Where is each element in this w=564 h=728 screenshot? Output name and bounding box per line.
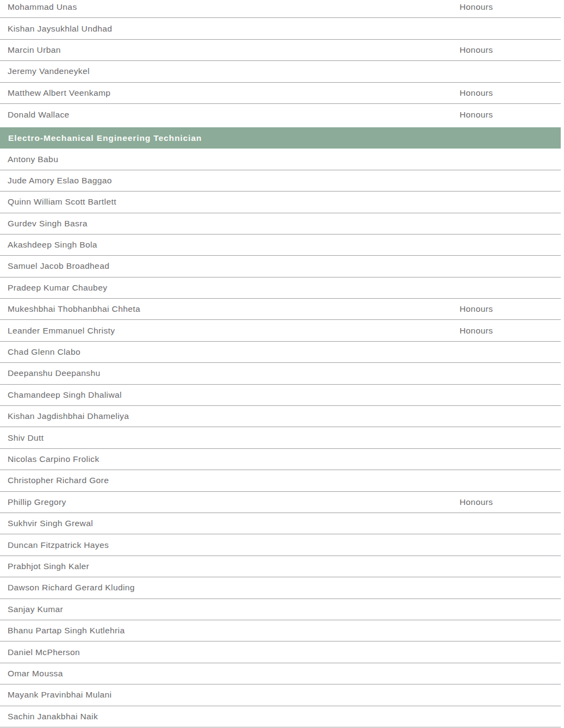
graduate-row: Marcin Urban Honours xyxy=(0,40,561,61)
graduate-row: Dawson Richard Gerard Kluding xyxy=(0,577,561,599)
graduate-name: Sukhvir Singh Grewal xyxy=(0,519,460,528)
graduate-row: Mohammad Unas Honours xyxy=(0,0,561,18)
graduate-row: Chamandeep Singh Dhaliwal xyxy=(0,385,561,406)
graduate-row: Duncan Fitzpatrick Hayes xyxy=(0,534,561,556)
graduate-row: Mayank Pravinbhai Mulani xyxy=(0,684,561,706)
graduate-name: Mayank Pravinbhai Mulani xyxy=(0,690,460,700)
graduate-row: Mukeshbhai Thobhanbhai Chheta Honours xyxy=(0,299,561,320)
graduate-row: Leander Emmanuel Christy Honours xyxy=(0,320,561,341)
graduate-name: Marcin Urban xyxy=(0,45,460,55)
graduate-name: Daniel McPherson xyxy=(0,647,460,657)
graduate-name: Deepanshu Deepanshu xyxy=(0,368,460,378)
graduate-name: Prabhjot Singh Kaler xyxy=(0,562,460,571)
graduate-row: Sachin Janakbhai Naik xyxy=(0,706,561,727)
honours-label: Honours xyxy=(460,45,561,55)
graduate-name: Shiv Dutt xyxy=(0,433,460,443)
graduate-name: Pradeep Kumar Chaubey xyxy=(0,283,460,293)
graduate-name: Omar Moussa xyxy=(0,669,460,678)
honours-label: Honours xyxy=(460,497,561,507)
graduate-name: Mohammad Unas xyxy=(0,2,460,12)
graduate-name: Jude Amory Eslao Baggao xyxy=(0,176,460,186)
graduate-row: Bhanu Partap Singh Kutlehria xyxy=(0,620,561,641)
graduate-name: Duncan Fitzpatrick Hayes xyxy=(0,540,460,550)
graduate-row: Gurdev Singh Basra xyxy=(0,213,561,235)
graduate-row: Quinn William Scott Bartlett xyxy=(0,192,561,213)
graduate-name: Chad Glenn Clabo xyxy=(0,347,460,357)
graduate-row: Phillip Gregory Honours xyxy=(0,492,561,513)
graduate-name: Kishan Jaysukhlal Undhad xyxy=(0,24,460,34)
graduate-row: Kishan Jaysukhlal Undhad xyxy=(0,18,561,39)
graduate-row: Omar Moussa xyxy=(0,663,561,684)
graduate-row: Chad Glenn Clabo xyxy=(0,342,561,363)
graduate-name: Quinn William Scott Bartlett xyxy=(0,197,460,207)
program-section-header: Electro-Mechanical Engineering Technicia… xyxy=(0,127,561,149)
graduate-row: Samuel Jacob Broadhead xyxy=(0,256,561,277)
honours-label: Honours xyxy=(460,304,561,314)
graduate-row: Nicolas Carpino Frolick xyxy=(0,449,561,470)
graduate-row: Akashdeep Singh Bola xyxy=(0,235,561,256)
graduate-name: Matthew Albert Veenkamp xyxy=(0,88,460,98)
graduate-row: Sukhvir Singh Grewal xyxy=(0,513,561,534)
graduate-name: Antony Babu xyxy=(0,155,460,164)
previous-program-rows: Mohammad Unas Honours Kishan Jaysukhlal … xyxy=(0,0,561,125)
graduate-row: Jude Amory Eslao Baggao xyxy=(0,170,561,192)
honours-label: Honours xyxy=(460,326,561,336)
graduate-list: Mohammad Unas Honours Kishan Jaysukhlal … xyxy=(0,0,561,727)
graduate-row: Deepanshu Deepanshu xyxy=(0,363,561,384)
graduate-name: Sanjay Kumar xyxy=(0,604,460,614)
graduate-name: Leander Emmanuel Christy xyxy=(0,326,460,336)
graduate-row: Daniel McPherson xyxy=(0,641,561,663)
graduate-name: Akashdeep Singh Bola xyxy=(0,240,460,250)
graduate-row: Antony Babu xyxy=(0,149,561,170)
graduate-row: Pradeep Kumar Chaubey xyxy=(0,277,561,299)
graduate-name: Dawson Richard Gerard Kluding xyxy=(0,583,460,593)
graduate-name: Phillip Gregory xyxy=(0,497,460,507)
graduate-name: Jeremy Vandeneykel xyxy=(0,66,460,76)
program-graduate-rows: Antony Babu Jude Amory Eslao Baggao Quin… xyxy=(0,149,561,727)
graduate-row: Christopher Richard Gore xyxy=(0,470,561,491)
graduate-row: Sanjay Kumar xyxy=(0,599,561,620)
graduate-row: Jeremy Vandeneykel xyxy=(0,61,561,82)
graduate-row: Prabhjot Singh Kaler xyxy=(0,556,561,577)
graduate-name: Mukeshbhai Thobhanbhai Chheta xyxy=(0,304,460,314)
graduate-name: Chamandeep Singh Dhaliwal xyxy=(0,390,460,400)
honours-label: Honours xyxy=(460,88,561,98)
program-section-title: Electro-Mechanical Engineering Technicia… xyxy=(8,133,202,143)
graduate-row: Kishan Jagdishbhai Dhameliya xyxy=(0,406,561,427)
graduate-name: Samuel Jacob Broadhead xyxy=(0,261,460,271)
graduate-name: Christopher Richard Gore xyxy=(0,476,460,485)
graduate-row: Matthew Albert Veenkamp Honours xyxy=(0,83,561,104)
graduate-name: Bhanu Partap Singh Kutlehria xyxy=(0,626,460,636)
graduate-name: Sachin Janakbhai Naik xyxy=(0,712,460,721)
graduate-name: Donald Wallace xyxy=(0,110,460,120)
graduate-name: Nicolas Carpino Frolick xyxy=(0,454,460,464)
graduate-row: Donald Wallace Honours xyxy=(0,104,561,125)
honours-label: Honours xyxy=(460,2,561,12)
graduate-name: Gurdev Singh Basra xyxy=(0,219,460,229)
honours-label: Honours xyxy=(460,110,561,120)
graduate-row: Shiv Dutt xyxy=(0,427,561,448)
graduate-name: Kishan Jagdishbhai Dhameliya xyxy=(0,411,460,421)
